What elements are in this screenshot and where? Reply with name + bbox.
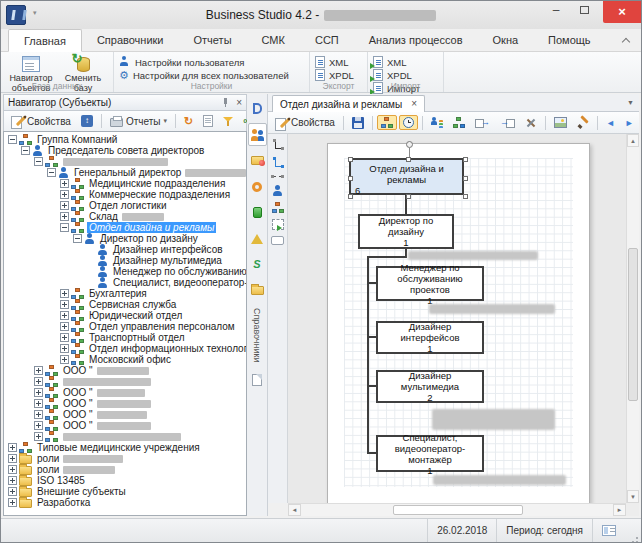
tree-item[interactable]: Председатель совета директоров bbox=[4, 145, 246, 156]
expand-icon[interactable] bbox=[34, 388, 43, 397]
horizontal-scrollbar[interactable]: ◄ ► bbox=[288, 503, 626, 516]
tree-item[interactable]: Транспортный отдел bbox=[4, 332, 246, 343]
expand-icon[interactable] bbox=[8, 465, 17, 474]
expand-icon[interactable] bbox=[60, 201, 69, 210]
selection-handle[interactable] bbox=[406, 157, 411, 162]
expand-icon[interactable] bbox=[34, 399, 43, 408]
import-xpdl-button[interactable]: XPDL bbox=[373, 69, 438, 81]
panel-close-icon[interactable]: × bbox=[236, 98, 242, 108]
resize-grip[interactable] bbox=[628, 529, 638, 539]
tree-item[interactable]: роли bbox=[4, 464, 246, 475]
expand-icon[interactable] bbox=[8, 487, 17, 496]
selection-handle[interactable] bbox=[463, 157, 468, 162]
format-brush-button[interactable] bbox=[573, 115, 593, 131]
sync-navigator-button[interactable]: ↕ bbox=[77, 113, 97, 129]
tree-item[interactable]: Отдел дизайна и рекламы bbox=[4, 222, 246, 233]
show-positions-toggle[interactable] bbox=[377, 115, 397, 130]
expand-icon[interactable] bbox=[34, 377, 43, 386]
connector-line[interactable] bbox=[367, 336, 376, 338]
scroll-down-button[interactable]: ▼ bbox=[627, 490, 639, 503]
collapse-icon[interactable] bbox=[8, 135, 17, 144]
forward-button[interactable]: ► bbox=[621, 116, 638, 130]
tab-otchety[interactable]: Отчеты bbox=[179, 29, 247, 51]
user-settings-button[interactable]: Настройки пользователя bbox=[119, 56, 304, 68]
tab-directories[interactable] bbox=[248, 279, 267, 302]
import-diagram-button[interactable] bbox=[496, 116, 519, 130]
tree-item[interactable]: Директор по дизайну bbox=[4, 233, 246, 244]
tab-pomosch[interactable]: Помощь bbox=[533, 29, 606, 51]
connector-line[interactable] bbox=[367, 256, 407, 258]
tab-list-caret-icon[interactable]: ▼ bbox=[627, 99, 634, 106]
expand-icon[interactable] bbox=[60, 179, 69, 188]
expand-icon[interactable] bbox=[8, 454, 17, 463]
collapse-icon[interactable] bbox=[47, 168, 56, 177]
filter-button[interactable] bbox=[219, 114, 237, 128]
tree-item[interactable]: Разработка bbox=[4, 497, 246, 508]
org-chart-node-mm[interactable]: Дизайнер мультимедиа2 bbox=[376, 370, 484, 403]
ribbon-collapse-icon[interactable] bbox=[622, 37, 631, 45]
expand-icon[interactable] bbox=[60, 300, 69, 309]
tree-item[interactable]: Менеджер по обслуживанию проектов bbox=[4, 266, 246, 277]
tab-glavnaya[interactable]: Главная bbox=[8, 29, 82, 52]
horizontal-scroll-thumb[interactable] bbox=[393, 505, 523, 515]
external-frame-tool-icon[interactable] bbox=[272, 219, 284, 230]
org-chart-node-spec[interactable]: Специалист, видеооператор-монтажёр1 bbox=[376, 435, 484, 472]
selection-handle[interactable] bbox=[406, 194, 411, 199]
import-xml-button[interactable]: XML bbox=[373, 56, 438, 68]
dashed-line-tool-icon[interactable] bbox=[271, 174, 284, 179]
org-chart-node-director[interactable]: Директор по дизайну1 bbox=[358, 214, 454, 249]
diagram-tab[interactable]: Отдел дизайна и рекламы × bbox=[272, 95, 425, 112]
back-button[interactable]: ◄ bbox=[602, 116, 619, 130]
selection-handle[interactable] bbox=[348, 176, 353, 181]
expand-icon[interactable] bbox=[60, 333, 69, 342]
tree-item[interactable]: ISO 13485 bbox=[4, 475, 246, 486]
expand-icon[interactable] bbox=[60, 190, 69, 199]
tree-item[interactable]: Склад bbox=[4, 211, 246, 222]
connector-line[interactable] bbox=[367, 256, 369, 454]
tab-smk[interactable]: СМК bbox=[247, 29, 300, 51]
tree-item[interactable]: Отдел управления персоналом bbox=[4, 321, 246, 332]
tree-item[interactable]: Медицинские подразделения bbox=[4, 178, 246, 189]
blue-connector-tool-icon[interactable] bbox=[272, 156, 284, 168]
expand-icon[interactable] bbox=[60, 344, 69, 353]
subject-tool-icon[interactable] bbox=[272, 185, 283, 196]
tree-item[interactable] bbox=[4, 376, 246, 387]
tree-item[interactable]: Внешние субъекты bbox=[4, 486, 246, 497]
expand-icon[interactable] bbox=[34, 410, 43, 419]
tree-item[interactable]: роли bbox=[4, 453, 246, 464]
collapse-icon[interactable] bbox=[34, 157, 43, 166]
selection-handle[interactable] bbox=[348, 194, 353, 199]
expand-icon[interactable] bbox=[60, 322, 69, 331]
tab-documents[interactable] bbox=[248, 227, 267, 250]
expand-icon[interactable] bbox=[8, 498, 17, 507]
expand-icon[interactable] bbox=[8, 443, 17, 452]
reports-button[interactable]: Отчеты ▾ bbox=[106, 113, 171, 129]
connector-line[interactable] bbox=[367, 282, 376, 284]
collapse-icon[interactable] bbox=[60, 223, 69, 232]
rectangle-tool-icon[interactable] bbox=[271, 236, 284, 245]
pin-icon[interactable] bbox=[221, 98, 230, 107]
export-diagram-button[interactable] bbox=[471, 116, 494, 130]
tree-item[interactable]: ООО " bbox=[4, 365, 246, 376]
export-xml-button[interactable]: XML bbox=[315, 56, 362, 68]
tree-item[interactable]: Типовые медицинские учреждения bbox=[4, 442, 246, 453]
vertical-scroll-thumb[interactable] bbox=[628, 248, 638, 401]
tab-okna[interactable]: Окна bbox=[478, 29, 534, 51]
diagram-properties-button[interactable]: Свойства bbox=[271, 115, 339, 131]
add-subject-button[interactable] bbox=[427, 115, 447, 131]
refresh-button[interactable]: ↻ bbox=[180, 114, 197, 129]
tab-resources[interactable]: S bbox=[248, 253, 267, 276]
tree-item[interactable] bbox=[4, 431, 246, 442]
tab-new-page[interactable] bbox=[248, 369, 267, 392]
diagram-tools-button[interactable] bbox=[521, 115, 541, 131]
collapse-icon[interactable] bbox=[73, 234, 82, 243]
tree-item[interactable]: Специалист, видеооператор-монтажёр bbox=[4, 277, 246, 288]
tab-close-icon[interactable]: × bbox=[411, 99, 417, 109]
scroll-up-button[interactable]: ▲ bbox=[627, 134, 639, 147]
tree-item[interactable]: ООО " bbox=[4, 387, 246, 398]
vertical-scrollbar[interactable]: ▲ ▼ bbox=[626, 134, 639, 503]
save-image-button[interactable] bbox=[550, 115, 571, 130]
scroll-right-button[interactable]: ► bbox=[613, 504, 626, 516]
tree-item[interactable]: ООО " bbox=[4, 398, 246, 409]
tree-item[interactable]: Отдел информационных технологий bbox=[4, 343, 246, 354]
